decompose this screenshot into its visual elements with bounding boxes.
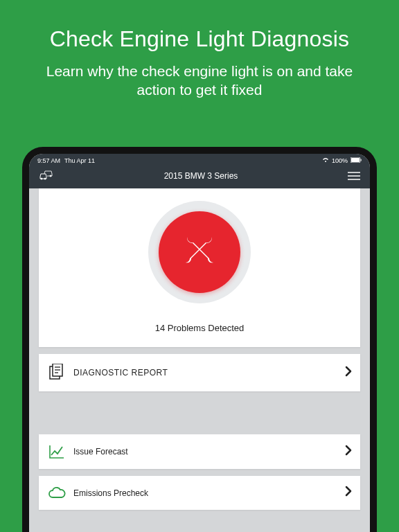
problems-count-label: 14 Problems Detected (155, 323, 245, 333)
wifi-icon (322, 157, 329, 164)
diagnostic-report-label: DIAGNOSTIC REPORT (73, 368, 345, 378)
problem-circle (148, 201, 251, 303)
hero-title: Check Engine Light Diagnosis (0, 0, 399, 52)
emissions-precheck-row[interactable]: Emissions Precheck (39, 476, 360, 510)
svg-rect-1 (351, 158, 360, 162)
issue-forecast-label: Issue Forecast (73, 447, 345, 456)
status-time: 9:57 AM (37, 157, 60, 164)
problems-card: 14 Problems Detected (39, 188, 360, 347)
status-battery: 100% (332, 157, 348, 164)
status-date: Thu Apr 11 (64, 157, 95, 164)
app-bar: 2015 BMW 3 Series (29, 166, 370, 188)
hamburger-menu-icon[interactable] (348, 171, 360, 181)
chevron-right-icon (345, 486, 352, 500)
diagnostic-report-row[interactable]: DIAGNOSTIC REPORT (39, 354, 360, 391)
cloud-icon (47, 487, 66, 499)
appbar-title: 2015 BMW 3 Series (164, 171, 238, 181)
svg-rect-2 (361, 159, 362, 161)
emissions-precheck-label: Emissions Precheck (73, 488, 345, 498)
device-frame: 9:57 AM Thu Apr 11 100% (22, 147, 377, 532)
device-screen: 9:57 AM Thu Apr 11 100% (29, 154, 370, 532)
wrenches-icon (177, 229, 222, 276)
battery-icon (351, 157, 362, 164)
hero-subtitle: Learn why the check engine light is on a… (0, 52, 399, 100)
status-bar: 9:57 AM Thu Apr 11 100% (29, 154, 370, 166)
svg-point-5 (50, 175, 51, 177)
svg-point-3 (41, 178, 42, 179)
chevron-right-icon (345, 445, 352, 459)
chart-line-icon (47, 444, 66, 459)
problem-inner (159, 211, 240, 293)
svg-point-4 (44, 178, 46, 179)
content-area: 14 Problems Detected DIAGNOSTIC REPORT (29, 188, 370, 532)
cars-icon[interactable] (39, 170, 54, 181)
chevron-right-icon (345, 366, 352, 380)
issue-forecast-row[interactable]: Issue Forecast (39, 434, 360, 469)
document-icon (47, 364, 66, 382)
